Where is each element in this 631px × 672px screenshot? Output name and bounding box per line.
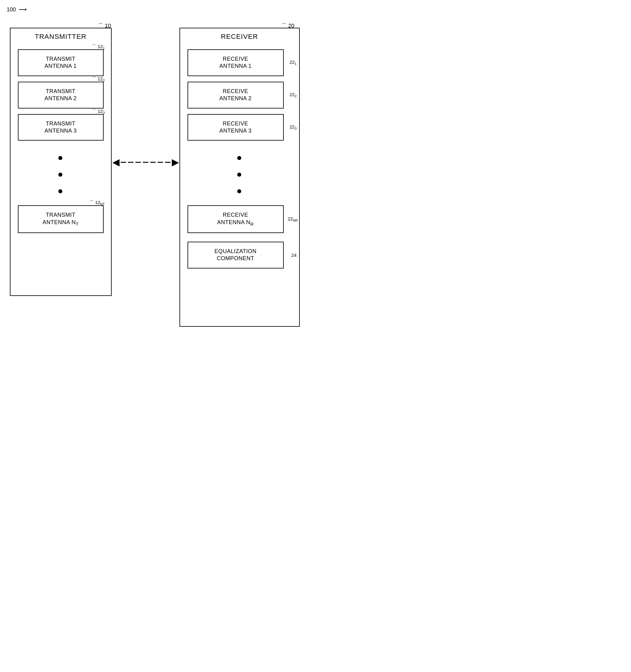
rx-antenna-1: RECEIVEANTENNA 1 xyxy=(188,49,284,76)
transmitter-block: TRANSMITTER ⌒ 121 TRANSMITANTENNA 1 ⌒ 12… xyxy=(10,28,112,296)
arrow-left: ◀ xyxy=(113,157,119,167)
dashed-line xyxy=(119,162,172,163)
tx-antenna3-ref: ⌒ 123 xyxy=(92,109,105,115)
tx-antenna1-ref: ⌒ 121 xyxy=(92,44,105,50)
equalization-box: EQUALIZATIONCOMPONENT xyxy=(188,242,284,268)
diagram-arrow: ⟶ xyxy=(19,6,27,13)
rx-antenna-3: RECEIVEANTENNA 3 xyxy=(188,114,284,141)
tx-antenna-nt: TRANSMITANTENNA NT xyxy=(18,205,103,233)
tx-antenna2-ref: ⌒ 122 xyxy=(92,76,105,82)
channel-arrow: ◀ ▶ xyxy=(113,157,178,167)
transmitter-title: TRANSMITTER xyxy=(10,28,111,43)
rx-antenna3-ref: 223 xyxy=(289,124,297,130)
tx-dots: ●●● xyxy=(10,144,111,202)
arrow-right: ▶ xyxy=(172,157,179,167)
rx-antenna2-ref: 222 xyxy=(289,92,297,98)
rx-antenna1-ref: 221 xyxy=(289,59,297,66)
equalization-ref: 24 xyxy=(291,253,297,258)
rx-antennaNR-ref: 22NR xyxy=(288,216,298,222)
tx-antenna-1: TRANSMITANTENNA 1 xyxy=(18,49,103,76)
diagram-label: 100 ⟶ xyxy=(7,6,27,13)
rx-dots: ●●● xyxy=(180,144,299,202)
receiver-title: RECEIVER xyxy=(180,28,299,43)
tx-antenna-3: TRANSMITANTENNA 3 xyxy=(18,114,103,141)
tx-antenna-2: TRANSMITANTENNA 2 xyxy=(18,82,103,109)
rx-antenna-nr: RECEIVEANTENNA NR xyxy=(188,205,284,233)
receiver-block: RECEIVER RECEIVEANTENNA 1 221 RECEIVEANT… xyxy=(180,28,300,327)
rx-antenna-2: RECEIVEANTENNA 2 xyxy=(188,82,284,109)
tx-antennaNT-ref: ⌒ 12NT xyxy=(89,200,105,206)
diagram: 100 ⟶ ⌒ 10 TRANSMITTER ⌒ 121 TRANSMITANT… xyxy=(7,6,309,330)
diagram-number: 100 xyxy=(7,6,16,13)
